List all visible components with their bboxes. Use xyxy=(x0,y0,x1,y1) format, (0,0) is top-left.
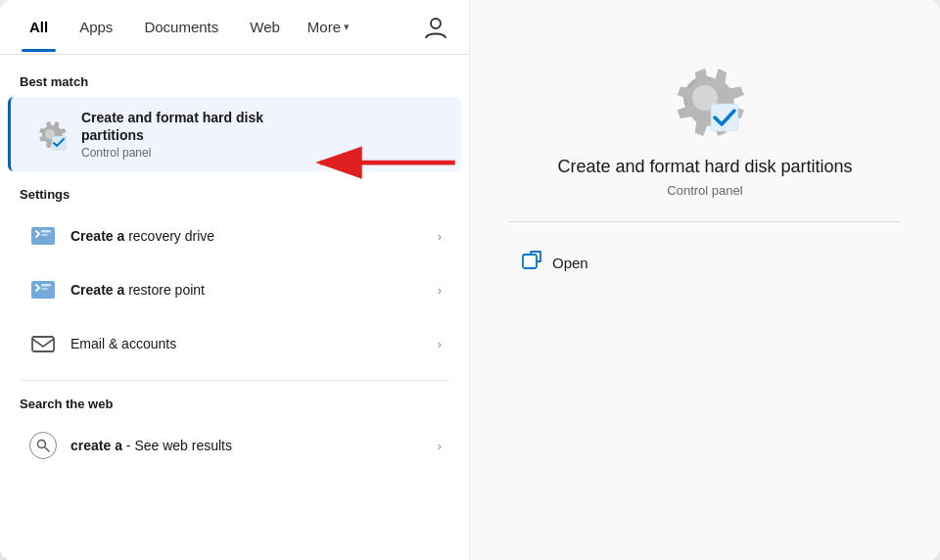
open-button[interactable]: Open xyxy=(509,242,600,284)
email-text: Email & accounts xyxy=(70,336,438,351)
email-accounts-icon xyxy=(29,330,57,357)
right-panel: Create and format hard disk partitions C… xyxy=(470,0,940,560)
right-app-icon xyxy=(666,59,744,137)
search-results: Best match xyxy=(0,55,469,560)
recovery-text: Create a recovery drive xyxy=(70,228,438,244)
svg-rect-6 xyxy=(41,234,48,236)
tab-web[interactable]: Web xyxy=(236,11,294,43)
svg-point-0 xyxy=(431,19,441,28)
best-match-subtitle: Control panel xyxy=(81,146,442,160)
list-item-web-search[interactable]: create a - See web results › xyxy=(8,419,461,472)
svg-rect-10 xyxy=(32,337,54,351)
recovery-chevron-icon: › xyxy=(438,229,442,244)
svg-rect-9 xyxy=(41,288,48,290)
section-divider xyxy=(20,380,449,381)
left-panel: All Apps Documents Web More ▾ Best match xyxy=(0,0,470,560)
tab-bar: All Apps Documents Web More ▾ xyxy=(0,0,469,55)
best-match-text-block: Create and format hard diskpartitions Co… xyxy=(81,109,442,160)
tab-apps[interactable]: Apps xyxy=(66,11,126,43)
list-item-recovery[interactable]: Create a recovery drive › xyxy=(8,210,461,262)
recovery-icon xyxy=(27,220,59,252)
best-match-title: Create and format hard diskpartitions xyxy=(81,109,442,144)
settings-label: Settings xyxy=(0,181,469,210)
search-circle-icon xyxy=(29,432,57,459)
tab-documents[interactable]: Documents xyxy=(130,11,232,43)
tab-all[interactable]: All xyxy=(16,11,62,43)
tab-more[interactable]: More ▾ xyxy=(298,11,359,43)
account-icon-button[interactable] xyxy=(418,10,453,45)
web-search-suffix: - See web results xyxy=(122,438,232,453)
restore-point-icon xyxy=(29,276,57,303)
right-app-subtitle: Control panel xyxy=(667,183,742,198)
web-search-chevron-icon: › xyxy=(438,439,442,453)
best-match-item[interactable]: Create and format hard diskpartitions Co… xyxy=(8,97,461,171)
open-icon xyxy=(521,250,542,276)
tab-more-label: More xyxy=(307,19,341,35)
restore-icon xyxy=(27,274,59,305)
email-chevron-icon: › xyxy=(438,337,442,351)
gear-checkmark-icon xyxy=(30,115,70,154)
email-icon xyxy=(27,328,59,359)
person-icon xyxy=(423,15,448,40)
restore-chevron-icon: › xyxy=(438,283,442,298)
right-app-title: Create and format hard disk partitions xyxy=(557,157,852,177)
svg-line-12 xyxy=(45,447,49,451)
external-link-icon xyxy=(521,250,542,271)
magnifier-icon xyxy=(36,439,50,452)
chevron-down-icon: ▾ xyxy=(344,21,350,33)
best-match-label: Best match xyxy=(0,69,469,97)
web-search-icon xyxy=(27,430,59,461)
recovery-drive-icon xyxy=(29,222,57,250)
web-search-label: Search the web xyxy=(0,391,469,419)
search-window: All Apps Documents Web More ▾ Best match xyxy=(0,0,940,560)
svg-rect-18 xyxy=(523,255,537,268)
svg-point-11 xyxy=(38,441,46,448)
svg-rect-8 xyxy=(41,284,51,287)
open-label: Open xyxy=(552,255,588,271)
best-match-app-icon xyxy=(30,115,70,154)
right-divider xyxy=(509,221,901,222)
right-gear-icon xyxy=(666,59,744,137)
web-search-query: create a xyxy=(70,438,122,453)
list-item-email[interactable]: Email & accounts › xyxy=(8,317,461,370)
restore-text: Create a restore point xyxy=(70,282,438,298)
svg-rect-5 xyxy=(41,230,51,233)
list-item-restore[interactable]: Create a restore point › xyxy=(8,263,461,316)
web-search-text: create a - See web results xyxy=(70,438,438,453)
